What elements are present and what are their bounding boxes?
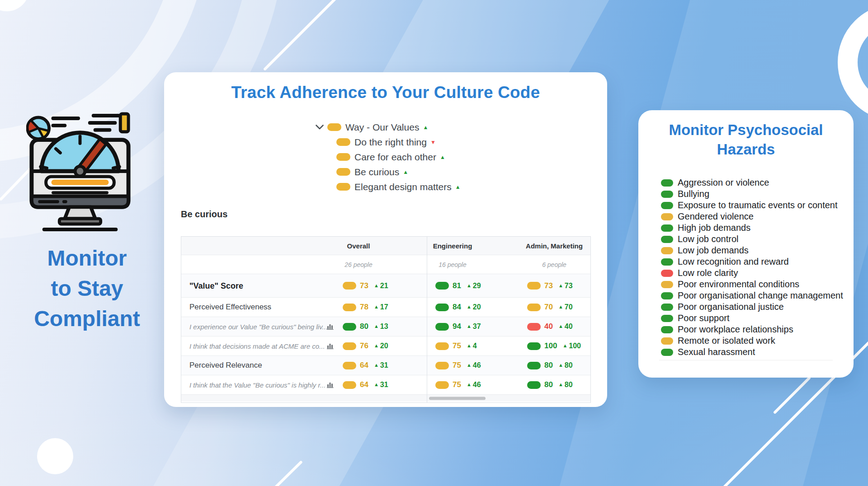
table-header-row: Overall Engineering Admin, Marketing bbox=[181, 237, 590, 255]
list-item: Poor support bbox=[661, 313, 843, 324]
score-pill bbox=[435, 282, 449, 290]
trend-arrow-icon: ▲ bbox=[558, 324, 563, 329]
score-pill bbox=[435, 381, 449, 389]
card-title: Monitor Psychosocial Hazards bbox=[638, 120, 854, 159]
status-pill bbox=[661, 349, 673, 356]
trend-arrow-icon: ▲ bbox=[440, 154, 445, 160]
tree-item-way-our-values[interactable]: Way - Our Values ▲ bbox=[316, 120, 461, 135]
status-pill bbox=[661, 202, 673, 209]
list-item: Exposure to traumatic events or content bbox=[661, 200, 843, 211]
status-pill bbox=[661, 315, 673, 322]
table-row: I experience our Value "Be curious" bein… bbox=[181, 317, 590, 336]
trend-arrow-icon: ▲ bbox=[423, 125, 428, 130]
people-count: 16 people bbox=[416, 261, 489, 268]
column-divider bbox=[427, 237, 427, 402]
list-item: Low job demands bbox=[661, 245, 843, 256]
table-row: Perceived Effectiveness 78▲17 84▲20 70▲7… bbox=[181, 297, 590, 317]
trend-arrow-icon: ▲ bbox=[374, 363, 379, 368]
table-row: Perceived Relevance 64▲31 75▲46 80▲80 bbox=[181, 355, 590, 375]
trend-arrow-icon: ▲ bbox=[558, 382, 563, 388]
trend-arrow-icon: ▲ bbox=[374, 304, 379, 310]
decorative-line bbox=[263, 0, 337, 71]
status-pill bbox=[661, 179, 673, 187]
list-item: Low role clarity bbox=[661, 267, 843, 279]
list-item: High job demands bbox=[661, 222, 843, 234]
score-pill bbox=[336, 168, 350, 176]
status-pill bbox=[661, 258, 673, 266]
score-pill bbox=[435, 323, 449, 331]
bar-chart-icon[interactable] bbox=[327, 323, 334, 330]
psychosocial-hazards-card: Monitor Psychosocial Hazards Aggression … bbox=[638, 110, 854, 378]
trend-arrow-icon: ▲ bbox=[374, 382, 379, 388]
status-pill bbox=[661, 270, 673, 277]
tree-item-be-curious[interactable]: Be curious ▲ bbox=[336, 164, 461, 179]
score-pill bbox=[435, 304, 449, 311]
trend-arrow-icon: ▲ bbox=[467, 304, 472, 310]
people-count-row: 26 people 16 people 6 people bbox=[181, 255, 590, 274]
status-pill bbox=[661, 281, 673, 288]
score-pill bbox=[527, 323, 541, 331]
column-header: Overall bbox=[336, 242, 381, 250]
caption-line: Monitor bbox=[9, 243, 165, 273]
scores-table: Overall Engineering Admin, Marketing 26 … bbox=[181, 236, 591, 403]
list-item: Bullying bbox=[661, 188, 843, 200]
table-scroll-row bbox=[181, 394, 590, 402]
table-row: "Value" Score 73▲21 81▲29 73▲73 bbox=[181, 274, 590, 297]
status-pill bbox=[661, 213, 673, 220]
score-pill bbox=[343, 362, 356, 369]
list-item: Low recognition and reward bbox=[661, 256, 843, 267]
trend-arrow-icon: ▲ bbox=[374, 324, 379, 329]
tree-item-do-the-right-thing[interactable]: Do the right thing ▼ bbox=[336, 135, 461, 150]
score-pill bbox=[435, 342, 449, 350]
score-pill bbox=[527, 304, 541, 311]
divider bbox=[659, 360, 833, 360]
tree-item-care-for-each-other[interactable]: Care for each other ▲ bbox=[336, 150, 461, 164]
column-header: Admin, Marketing bbox=[518, 242, 590, 250]
score-pill bbox=[527, 282, 541, 290]
horizontal-scrollbar-thumb[interactable] bbox=[429, 397, 486, 400]
trend-arrow-icon: ▲ bbox=[558, 363, 563, 368]
score-pill bbox=[527, 342, 541, 350]
caption-line: Compliant bbox=[9, 304, 165, 334]
monitor-gauge-illustration bbox=[26, 111, 134, 232]
status-pill bbox=[661, 191, 673, 198]
score-pill bbox=[435, 362, 449, 369]
score-pill bbox=[336, 138, 350, 146]
people-count: 26 people bbox=[336, 261, 381, 268]
status-pill bbox=[661, 292, 673, 299]
section-heading: Be curious bbox=[181, 209, 227, 220]
tree-item-elegant-design-matters[interactable]: Elegant design matters ▲ bbox=[336, 179, 461, 194]
list-item: Poor workplace relationships bbox=[661, 324, 843, 335]
trend-arrow-icon: ▲ bbox=[558, 283, 563, 289]
score-pill bbox=[343, 304, 356, 311]
score-pill bbox=[343, 282, 356, 290]
score-pill bbox=[343, 323, 356, 331]
status-pill bbox=[661, 236, 673, 243]
bar-chart-icon[interactable] bbox=[327, 382, 334, 388]
trend-arrow-icon: ▼ bbox=[430, 140, 436, 145]
trend-arrow-icon: ▲ bbox=[562, 343, 567, 349]
score-pill bbox=[336, 153, 350, 161]
status-pill bbox=[661, 224, 673, 232]
trend-arrow-icon: ▲ bbox=[467, 324, 472, 329]
trend-arrow-icon: ▲ bbox=[455, 184, 461, 190]
status-pill bbox=[661, 304, 673, 311]
left-caption: Monitor to Stay Compliant bbox=[9, 243, 165, 334]
chevron-down-icon[interactable] bbox=[316, 125, 324, 130]
score-pill bbox=[343, 342, 356, 350]
score-pill bbox=[343, 381, 356, 389]
table-row: I think that the Value "Be curious" is h… bbox=[181, 375, 590, 394]
trend-arrow-icon: ▲ bbox=[374, 283, 379, 289]
list-item: Poor organisational justice bbox=[661, 301, 843, 313]
score-pill bbox=[527, 381, 541, 389]
score-pill bbox=[327, 123, 341, 131]
list-item: Remote or isolated work bbox=[661, 335, 843, 346]
decorative-circle bbox=[37, 438, 73, 474]
trend-arrow-icon: ▲ bbox=[403, 169, 408, 175]
values-tree: Way - Our Values ▲ Do the right thing ▼ … bbox=[316, 120, 461, 194]
caption-line: to Stay bbox=[9, 273, 165, 304]
status-pill bbox=[661, 326, 673, 333]
bar-chart-icon[interactable] bbox=[327, 343, 334, 349]
status-pill bbox=[661, 247, 673, 254]
trend-arrow-icon: ▲ bbox=[467, 283, 472, 289]
